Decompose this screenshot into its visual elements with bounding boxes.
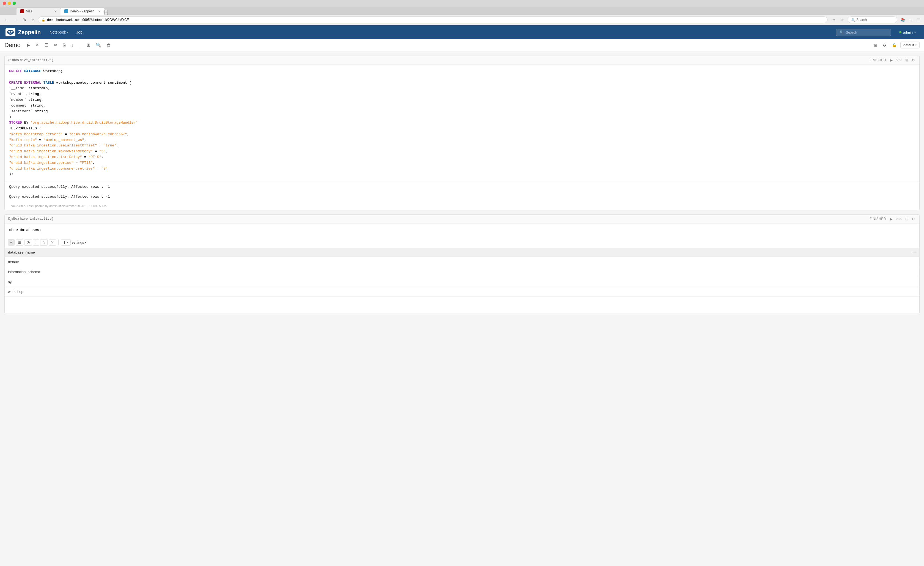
browser-search-input[interactable] [856,18,894,22]
cell-1-run-button[interactable]: ▶ [889,57,894,63]
forward-button[interactable]: → [12,17,19,23]
table-view-button[interactable]: ≡ [8,239,15,245]
notebook-nav-item[interactable]: Notebook ▾ [46,29,72,36]
cell-2-status-text: FINISHED [870,217,886,221]
download-button[interactable]: ⬇ ▾ [61,239,70,245]
code-line-8: ) [9,114,915,120]
database-table: database_name ⌄ ≡ default information_sc… [4,248,920,313]
row-workshop: workshop [4,287,920,297]
table-body: default information_schema sys workshop [4,257,920,313]
cell-2-output: ≡ ▦ ◔ ⌇ ∿ ⁙ ⬇ ▾ settings ▾ [4,237,920,313]
header-search-input[interactable] [846,30,887,35]
notebook-nav-label: Notebook [50,30,66,35]
settings-link-arrow: ▾ [85,241,86,244]
close-button[interactable] [3,2,6,5]
notebook-title: Demo [4,42,21,49]
cell-1-stop-button[interactable]: ✕✕ [895,57,903,63]
cell-2-interpreter: %jdbc(hive_interactive) [8,217,54,221]
paragraphs-button[interactable]: ☰ [43,41,50,49]
logo-text: Zeppelin [18,29,41,36]
version-button[interactable]: ↓ [77,42,83,49]
cell-2-grid-button[interactable]: ⊞ [904,217,909,221]
edit-button[interactable]: ✏ [52,41,59,49]
zeppelin-tab-label: Demo - Zeppelin [70,9,94,13]
browser-tab-nifi[interactable]: NiFi ✕ [16,8,60,15]
dropdown-arrow: ▾ [915,44,916,47]
table-row: default [4,257,920,267]
browser-search-box[interactable]: 🔍 [848,17,897,23]
output-toolbar: ≡ ▦ ◔ ⌇ ∿ ⁙ ⬇ ▾ settings ▾ [4,237,920,248]
bookmark-icon[interactable]: ☆ [839,17,846,23]
cell-1-output: Query executed successfully. Affected ro… [4,181,920,203]
settings-link[interactable]: settings ▾ [72,240,86,244]
row-information-schema: information_schema [4,267,920,277]
cell-2-settings-button[interactable]: ⚙ [910,217,916,221]
new-tab-button[interactable]: + [105,10,108,15]
table-header-row: database_name ⌄ ≡ [4,248,920,257]
browser-chrome: NiFi ✕ Demo - Zeppelin ✕ + ← → ↻ ⌂ 🔒 •••… [0,0,924,25]
export-button[interactable]: ↓ [70,42,75,49]
cell-2-run-button[interactable]: ▶ [889,217,894,221]
bar-chart-button[interactable]: ▦ [16,239,23,245]
scatter-chart-button[interactable]: ⁙ [49,239,56,245]
browser-tab-zeppelin[interactable]: Demo - Zeppelin ✕ [60,8,105,15]
user-menu[interactable]: admin ▾ [897,29,918,36]
run-all-button[interactable]: ▶ [25,41,32,49]
lock-button[interactable]: 🔒 [890,42,898,48]
address-bar[interactable]: 🔒 [38,17,828,23]
cell-1-status: FINISHED ▶ ✕✕ ⊞ ⚙ [870,57,916,63]
cell-1-body: CREATE DATABASE workshop; CREATE EXTERNA… [4,65,920,181]
cell-2-status: FINISHED ▶ ✕✕ ⊞ ⚙ [870,217,916,221]
default-label: default [903,43,914,47]
browser-search-icon: 🔍 [851,18,855,22]
cell-1-grid-button[interactable]: ⊞ [904,57,909,63]
table-row: sys [4,277,920,287]
line-chart-button[interactable]: ∿ [40,239,48,245]
more-options-icon[interactable]: ••• [830,17,837,23]
cell-1: %jdbc(hive_interactive) FINISHED ▶ ✕✕ ⊞ … [4,56,920,210]
default-dropdown[interactable]: default ▾ [900,42,920,48]
nifi-tab-close[interactable]: ✕ [54,10,57,13]
code-line-1: CREATE DATABASE workshop; [9,69,915,74]
app-header: Zeppelin Notebook ▾ Job 🔍 admin ▾ [0,25,924,39]
cell-2-stop-button[interactable]: ✕✕ [895,217,903,221]
table-row: workshop [4,287,920,297]
area-chart-button[interactable]: ⌇ [33,239,39,245]
cell-2-code: show databases; [9,228,41,232]
header-search-box[interactable]: 🔍 [836,29,891,36]
clone-button[interactable]: ⎘ [62,42,68,49]
layout-button[interactable]: ⊞ [85,41,92,49]
code-line-10: TBLPROPERTIES ( [9,126,915,132]
database-name-header: database_name ⌄ ≡ [4,248,920,257]
header-search-icon: 🔍 [840,30,844,34]
settings-button[interactable]: ⚙ [881,42,888,48]
delete-notebook-button[interactable]: 🗑 [105,42,113,49]
minimize-button[interactable] [8,2,11,5]
nifi-favicon [20,9,24,13]
cell-1-interpreter: %jdbc(hive_interactive) [8,58,54,62]
layout-view-button[interactable]: ⊞ [872,42,879,48]
home-button[interactable]: ⌂ [30,17,36,23]
zeppelin-tab-close[interactable]: ✕ [98,10,100,13]
bookmarks-icon[interactable]: 📚 [900,17,906,23]
code-line-13: "druid.kafka.ingestion.useEarliestOffset… [9,143,915,149]
split-view-icon[interactable]: ⊞ [908,17,914,23]
job-nav-item[interactable]: Job [73,29,86,36]
code-line-14: "druid.kafka.ingestion.maxRowsInMemory" … [9,149,915,154]
stop-button[interactable]: ✕ [34,41,41,49]
sort-icon[interactable]: ⌄ ≡ [911,251,916,254]
search-paragraph-button[interactable]: 🔍 [94,41,103,49]
pie-chart-button[interactable]: ◔ [24,239,32,245]
cell-1-header: %jdbc(hive_interactive) FINISHED ▶ ✕✕ ⊞ … [4,56,920,65]
url-input[interactable] [47,18,824,22]
maximize-button[interactable] [13,2,16,5]
back-button[interactable]: ← [3,17,10,23]
code-line-15: "druid.kafka.ingestion.startDelay" = "PT… [9,154,915,160]
cell-1-meta: Took 23 sec. Last updated by admin at No… [4,203,920,210]
notebook-toolbar: Demo ▶ ✕ ☰ ✏ ⎘ ↓ ↓ ⊞ 🔍 🗑 ⊞ ⚙ 🔒 default ▾ [0,39,924,51]
cell-1-settings-button[interactable]: ⚙ [910,57,916,63]
job-nav-label: Job [76,30,82,35]
refresh-button[interactable]: ↻ [21,17,28,23]
menu-icon[interactable]: ☰ [916,17,921,23]
cell-1-status-text: FINISHED [870,58,886,62]
